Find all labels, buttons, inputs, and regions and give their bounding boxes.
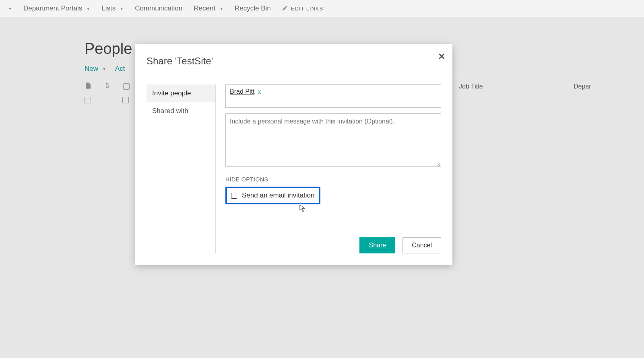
tab-shared-with[interactable]: Shared with [147, 102, 215, 120]
cancel-button[interactable]: Cancel [402, 237, 441, 253]
nav-label: Recycle Bin [235, 4, 271, 12]
button-label: Share [369, 242, 386, 249]
remove-person-button[interactable]: x [258, 88, 261, 95]
hide-options-label: HIDE OPTIONS [225, 176, 268, 183]
close-icon: ✕ [438, 51, 445, 62]
new-label: New [85, 65, 98, 73]
dialog-main: Brad Pitt x HIDE OPTIONS Send an email i… [216, 84, 441, 253]
nav-label: Department Portals [23, 4, 82, 12]
close-button[interactable]: ✕ [438, 51, 445, 62]
chevron-down-icon[interactable]: ▼ [86, 6, 90, 11]
nav-communication[interactable]: Communication [135, 4, 182, 12]
top-nav: ▼ Department Portals ▼ Lists ▼ Communica… [0, 0, 644, 17]
edit-links-label: EDIT LINKS [291, 6, 324, 12]
dialog-tabs: Invite people Shared with [147, 84, 216, 253]
tab-label: Invite people [152, 89, 191, 97]
edit-links-button[interactable]: EDIT LINKS [282, 5, 324, 12]
nav-department-portals[interactable]: Department Portals ▼ [23, 4, 90, 12]
select-all-icon[interactable] [85, 82, 92, 91]
hide-options-toggle[interactable]: HIDE OPTIONS [225, 176, 441, 183]
tab-invite-people[interactable]: Invite people [147, 84, 215, 102]
chevron-down-icon[interactable]: ▼ [219, 6, 223, 11]
chevron-down-icon[interactable]: ▼ [102, 67, 106, 71]
email-invitation-label: Send an email invitation [242, 191, 315, 200]
dialog-buttons: Share Cancel [359, 237, 441, 253]
actions-button[interactable]: Act [115, 65, 125, 73]
nav-label: Lists [101, 4, 116, 12]
chevron-down-icon[interactable]: ▼ [8, 6, 12, 11]
nav-recent[interactable]: Recent ▼ [194, 4, 223, 12]
row-checkbox[interactable] [85, 97, 91, 103]
people-picker[interactable]: Brad Pitt x [225, 84, 441, 108]
share-button[interactable]: Share [359, 237, 395, 253]
nav-label: Recent [194, 4, 215, 12]
header-checkbox[interactable] [123, 83, 130, 90]
column-job-title[interactable]: Job Title [459, 83, 483, 90]
button-label: Cancel [412, 242, 432, 249]
column-department[interactable]: Depar [574, 83, 591, 90]
email-invitation-checkbox[interactable] [231, 193, 237, 199]
message-input[interactable] [225, 113, 441, 167]
tab-label: Shared with [152, 107, 188, 115]
nav-recycle-bin[interactable]: Recycle Bin [235, 4, 271, 12]
new-button[interactable]: New ▼ [85, 65, 106, 73]
pencil-icon [282, 5, 288, 12]
email-invitation-option[interactable]: Send an email invitation [225, 187, 320, 204]
actions-label: Act [115, 65, 125, 72]
share-dialog: Share 'TestSite' ✕ Invite people Shared … [135, 44, 452, 265]
nav-label: Communication [135, 4, 182, 12]
attachment-icon [105, 82, 110, 91]
chevron-down-icon[interactable]: ▼ [120, 6, 124, 11]
row-item-checkbox[interactable] [122, 97, 129, 103]
dialog-title: Share 'TestSite' [147, 56, 213, 67]
nav-lists[interactable]: Lists ▼ [101, 4, 124, 12]
person-chip[interactable]: Brad Pitt [230, 88, 254, 95]
dialog-body: Invite people Shared with Brad Pitt x HI… [147, 84, 441, 253]
